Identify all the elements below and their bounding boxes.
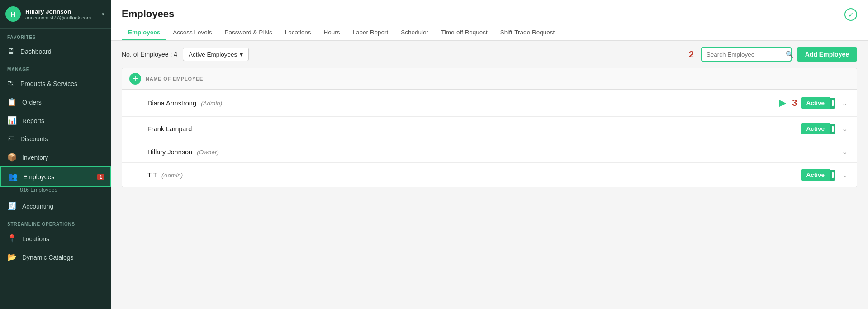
row-right: Active ⌄ — [801, 169, 848, 181]
sidebar-item-dashboard[interactable]: 🖥 Dashboard — [0, 43, 111, 61]
main-header: Employees Employees Access Levels Passwo… — [111, 0, 868, 41]
chevron-down-icon[interactable]: ⌄ — [842, 124, 848, 133]
employee-name: Hillary Johnson (Owner) — [147, 148, 835, 156]
toggle-handle[interactable] — [830, 98, 835, 109]
add-employee-circle-button[interactable]: + — [129, 73, 141, 85]
toggle-handle[interactable] — [830, 170, 835, 181]
sidebar-item-label: Locations — [22, 235, 49, 242]
filter-chevron-icon: ▾ — [240, 51, 243, 58]
dashboard-icon: 🖥 — [7, 47, 15, 56]
sidebar: H Hillary Johnson aneconomist77@outlook.… — [0, 0, 111, 309]
toolbar: No. of Employee : 4 Active Employees ▾ 2… — [111, 41, 868, 68]
row-right: Active ⌄ — [801, 123, 848, 134]
sidebar-item-label: Discounts — [20, 135, 48, 143]
search-box[interactable]: 🔍 — [701, 47, 792, 62]
tab-scheduler[interactable]: Scheduler — [394, 25, 435, 40]
active-status-badge[interactable]: Active — [801, 97, 830, 109]
tab-hours[interactable]: Hours — [317, 25, 346, 40]
sidebar-item-products[interactable]: 🛍 Products & Services — [0, 75, 111, 93]
sidebar-item-label: Reports — [22, 117, 44, 124]
user-profile[interactable]: H Hillary Johnson aneconomist77@outlook.… — [0, 0, 111, 29]
employee-name: Frank Lampard — [147, 125, 796, 133]
tabs: Employees Access Levels Password & PINs … — [122, 25, 857, 40]
tab-access-levels[interactable]: Access Levels — [166, 25, 218, 40]
accounting-icon: 🧾 — [7, 201, 17, 211]
active-status-badge[interactable]: Active — [801, 169, 830, 181]
employee-role: (Admin) — [201, 100, 222, 107]
table-header: + NAME OF EMPLOYEE — [122, 68, 857, 90]
sidebar-item-label: Inventory — [22, 154, 48, 161]
tab-labor-report[interactable]: Labor Report — [346, 25, 394, 40]
filter-dropdown[interactable]: Active Employees ▾ — [183, 48, 249, 61]
chevron-down-icon[interactable]: ⌄ — [842, 99, 848, 107]
discounts-icon: 🏷 — [7, 134, 15, 143]
employee-role: (Admin) — [161, 172, 183, 179]
tab-shift-trade-request[interactable]: Shift-Trade Request — [494, 25, 561, 40]
employee-table: + NAME OF EMPLOYEE Diana Armstrong (Admi… — [122, 68, 857, 187]
status-toggle[interactable]: Active — [801, 97, 835, 109]
table-row: T T (Admin) Active ⌄ — [122, 163, 857, 187]
filter-label: Active Employees — [189, 51, 237, 58]
status-toggle[interactable]: Active — [801, 123, 835, 134]
check-circle-icon: ✓ — [844, 8, 857, 21]
active-status-badge[interactable]: Active — [801, 123, 830, 134]
locations-icon: 📍 — [7, 234, 17, 243]
sidebar-item-label: Dashboard — [20, 48, 52, 55]
employees-badge: 1 — [97, 174, 104, 180]
inventory-icon: 📦 — [7, 152, 17, 162]
search-icon: 🔍 — [786, 51, 793, 58]
user-info: Hillary Johnson aneconomist77@outlook.co… — [25, 8, 97, 20]
sidebar-item-reports[interactable]: 📊 Reports — [0, 111, 111, 130]
sidebar-item-label: Products & Services — [20, 80, 77, 87]
page-title: Employees — [122, 8, 857, 20]
table-row: Diana Armstrong (Admin) ► 3 Active ⌄ — [122, 90, 857, 117]
chevron-down-icon[interactable]: ⌄ — [842, 171, 848, 179]
sidebar-item-inventory[interactable]: 📦 Inventory — [0, 148, 111, 166]
sidebar-section-manage: MANAGE — [0, 61, 111, 75]
sidebar-section-favorites: FAVORITES — [0, 29, 111, 43]
tab-locations[interactable]: Locations — [279, 25, 318, 40]
employee-role: (Owner) — [197, 149, 219, 156]
table-row: Frank Lampard Active ⌄ — [122, 117, 857, 141]
orders-icon: 📋 — [7, 97, 17, 107]
tab-password-pins[interactable]: Password & PINs — [218, 25, 279, 40]
row-right: ⌄ — [839, 147, 848, 156]
employees-count: 816 Employees — [0, 187, 111, 197]
sidebar-section-streamline: STREAMLINE OPERATIONS — [0, 215, 111, 229]
annotation-3: 3 — [792, 98, 797, 108]
employee-name: T T (Admin) — [147, 171, 796, 179]
employee-name: Diana Armstrong (Admin) — [147, 100, 773, 107]
main-content: Employees Employees Access Levels Passwo… — [111, 0, 868, 309]
row-right: ► 3 Active ⌄ — [777, 96, 848, 110]
tab-employees[interactable]: Employees — [122, 25, 166, 40]
sidebar-item-employees[interactable]: 👥 Employees 1 — [0, 166, 111, 187]
sidebar-item-locations[interactable]: 📍 Locations — [0, 229, 111, 248]
sidebar-item-label: Accounting — [22, 203, 53, 210]
column-header-name: NAME OF EMPLOYEE — [146, 76, 203, 81]
user-name: Hillary Johnson — [25, 8, 97, 15]
annotation-2: 2 — [689, 49, 694, 60]
add-employee-button[interactable]: Add Employee — [797, 47, 857, 62]
sidebar-item-orders[interactable]: 📋 Orders — [0, 93, 111, 111]
annotation-arrow-3: ► — [777, 96, 789, 110]
sidebar-item-discounts[interactable]: 🏷 Discounts — [0, 130, 111, 148]
toggle-handle[interactable] — [830, 124, 835, 134]
sidebar-item-label: Dynamic Catalogs — [22, 254, 74, 261]
sidebar-item-label: Orders — [22, 99, 42, 106]
search-input[interactable] — [707, 51, 783, 58]
table-row: Hillary Johnson (Owner) ⌄ — [122, 141, 857, 163]
reports-icon: 📊 — [7, 116, 17, 125]
avatar: H — [5, 6, 21, 22]
tab-time-off-request[interactable]: Time-off Request — [435, 25, 494, 40]
sidebar-item-accounting[interactable]: 🧾 Accounting — [0, 197, 111, 215]
status-toggle[interactable]: Active — [801, 169, 835, 181]
user-email: aneconomist77@outlook.com — [25, 15, 97, 20]
employee-count-label: No. of Employee : 4 — [122, 51, 177, 58]
sidebar-item-dynamic-catalogs[interactable]: 📂 Dynamic Catalogs — [0, 248, 111, 266]
sidebar-item-label: Employees — [23, 173, 54, 181]
chevron-down-icon: ▾ — [102, 11, 104, 17]
employees-icon: 👥 — [8, 172, 18, 181]
products-icon: 🛍 — [7, 79, 15, 88]
dynamic-catalogs-icon: 📂 — [7, 252, 17, 262]
chevron-down-icon[interactable]: ⌄ — [842, 147, 848, 156]
